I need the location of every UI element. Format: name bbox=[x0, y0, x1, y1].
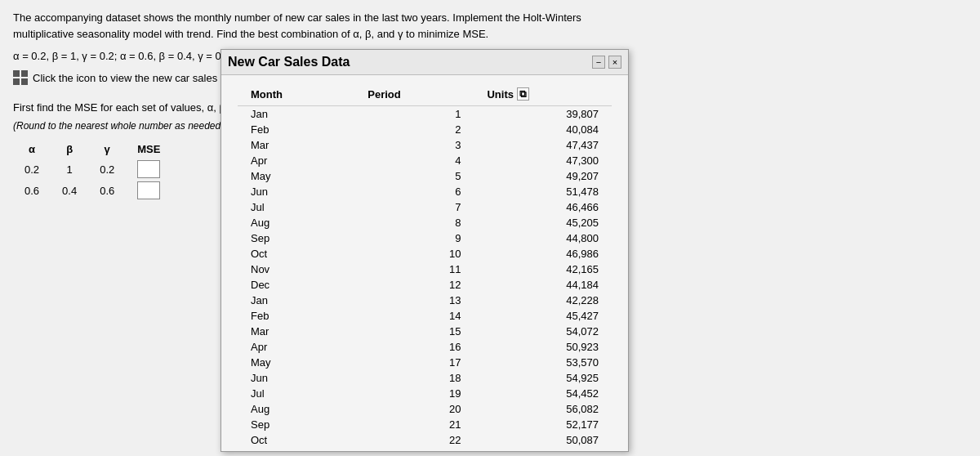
data-month: Jun bbox=[238, 184, 354, 199]
data-units: 40,084 bbox=[474, 122, 612, 137]
param-mse-cell bbox=[126, 180, 172, 201]
data-units: 47,300 bbox=[474, 153, 612, 168]
data-units: 52,177 bbox=[474, 417, 612, 432]
data-period: 10 bbox=[354, 246, 474, 262]
param-alpha: 0.2 bbox=[13, 159, 51, 180]
data-period: 23 bbox=[354, 448, 474, 451]
data-units: 47,437 bbox=[474, 137, 612, 153]
data-table-row: Oct 22 50,087 bbox=[238, 432, 612, 448]
data-period: 21 bbox=[354, 417, 474, 432]
data-period: 19 bbox=[354, 386, 474, 401]
mse-input[interactable] bbox=[137, 160, 160, 178]
data-units: 49,207 bbox=[474, 168, 612, 184]
data-table-row: May 17 53,570 bbox=[238, 355, 612, 370]
data-grid-icon[interactable] bbox=[13, 70, 28, 85]
data-period: 15 bbox=[354, 324, 474, 339]
copy-icon[interactable]: ⧉ bbox=[517, 87, 529, 101]
data-month: Oct bbox=[238, 432, 354, 448]
data-period: 18 bbox=[354, 370, 474, 386]
col-header-mse: MSE bbox=[126, 141, 172, 159]
data-units: 46,466 bbox=[474, 199, 612, 215]
data-month: Jan bbox=[238, 106, 354, 123]
modal-close-button[interactable]: × bbox=[608, 56, 621, 69]
data-table-row: Jun 18 54,925 bbox=[238, 370, 612, 386]
param-mse-cell bbox=[126, 159, 172, 180]
data-units: 54,925 bbox=[474, 370, 612, 386]
data-table-row: Mar 3 47,437 bbox=[238, 137, 612, 153]
data-table-row: Jan 13 42,228 bbox=[238, 293, 612, 308]
data-period: 5 bbox=[354, 168, 474, 184]
data-col-units: Units ⧉ bbox=[474, 85, 612, 106]
data-table-row: Mar 15 54,072 bbox=[238, 324, 612, 339]
modal-window: New Car Sales Data − × Month Period Unit… bbox=[220, 49, 629, 452]
data-table-row: Jul 7 46,466 bbox=[238, 199, 612, 215]
data-month: Apr bbox=[238, 153, 354, 168]
param-gamma: 0.6 bbox=[88, 180, 126, 201]
data-period: 14 bbox=[354, 308, 474, 324]
data-table-row: Apr 16 50,923 bbox=[238, 339, 612, 355]
data-period: 13 bbox=[354, 293, 474, 308]
data-units: 45,205 bbox=[474, 215, 612, 230]
data-units: 48,508 bbox=[474, 448, 612, 451]
data-period: 12 bbox=[354, 277, 474, 293]
data-table-row: Oct 10 46,986 bbox=[238, 246, 612, 262]
data-month: Feb bbox=[238, 122, 354, 137]
data-month: Jul bbox=[238, 199, 354, 215]
col-header-beta: β bbox=[51, 141, 88, 159]
data-period: 1 bbox=[354, 106, 474, 123]
data-month: Oct bbox=[238, 246, 354, 262]
data-units: 46,986 bbox=[474, 246, 612, 262]
modal-titlebar: New Car Sales Data − × bbox=[221, 50, 628, 75]
data-month: Dec bbox=[238, 277, 354, 293]
data-period: 2 bbox=[354, 122, 474, 137]
param-beta: 1 bbox=[51, 159, 88, 180]
data-period: 6 bbox=[354, 184, 474, 199]
param-gamma: 0.2 bbox=[88, 159, 126, 180]
data-table-row: Nov 11 42,165 bbox=[238, 262, 612, 277]
data-month: Jan bbox=[238, 293, 354, 308]
data-month: Aug bbox=[238, 215, 354, 230]
data-table-row: Dec 12 44,184 bbox=[238, 277, 612, 293]
data-period: 9 bbox=[354, 230, 474, 246]
data-col-month: Month bbox=[238, 85, 354, 106]
data-month: Sep bbox=[238, 417, 354, 432]
modal-minimize-button[interactable]: − bbox=[592, 56, 605, 69]
data-units: 45,427 bbox=[474, 308, 612, 324]
data-table-row: Feb 2 40,084 bbox=[238, 122, 612, 137]
data-table-row: Jul 19 54,452 bbox=[238, 386, 612, 401]
problem-description: The accompanying dataset shows the month… bbox=[13, 10, 608, 42]
data-month: Jul bbox=[238, 386, 354, 401]
data-period: 7 bbox=[354, 199, 474, 215]
data-month: Apr bbox=[238, 339, 354, 355]
data-units: 54,452 bbox=[474, 386, 612, 401]
param-alpha: 0.6 bbox=[13, 180, 51, 201]
param-beta: 0.4 bbox=[51, 180, 88, 201]
data-month: Feb bbox=[238, 308, 354, 324]
data-month: Aug bbox=[238, 401, 354, 417]
data-units: 42,165 bbox=[474, 262, 612, 277]
data-col-period: Period bbox=[354, 85, 474, 106]
data-period: 4 bbox=[354, 153, 474, 168]
data-period: 22 bbox=[354, 432, 474, 448]
data-month: Sep bbox=[238, 230, 354, 246]
data-period: 16 bbox=[354, 339, 474, 355]
data-units: 42,228 bbox=[474, 293, 612, 308]
modal-title: New Car Sales Data bbox=[228, 55, 350, 69]
data-table-row: Aug 20 56,082 bbox=[238, 401, 612, 417]
data-table-row: Sep 21 52,177 bbox=[238, 417, 612, 432]
data-month: Mar bbox=[238, 137, 354, 153]
data-month: Nov bbox=[238, 262, 354, 277]
data-units: 54,072 bbox=[474, 324, 612, 339]
data-period: 8 bbox=[354, 215, 474, 230]
units-label: Units bbox=[487, 88, 514, 101]
col-header-alpha: α bbox=[13, 141, 51, 159]
modal-body: Month Period Units ⧉ Jan 1 39,807 Feb 2 … bbox=[221, 75, 628, 451]
data-period: 17 bbox=[354, 355, 474, 370]
data-units: 50,087 bbox=[474, 432, 612, 448]
col-header-gamma: γ bbox=[88, 141, 126, 159]
params-table-row: 0.2 1 0.2 bbox=[13, 159, 172, 180]
data-table-row: Nov 23 48,508 bbox=[238, 448, 612, 451]
data-month: May bbox=[238, 168, 354, 184]
mse-input[interactable] bbox=[137, 181, 160, 199]
data-table-row: Feb 14 45,427 bbox=[238, 308, 612, 324]
